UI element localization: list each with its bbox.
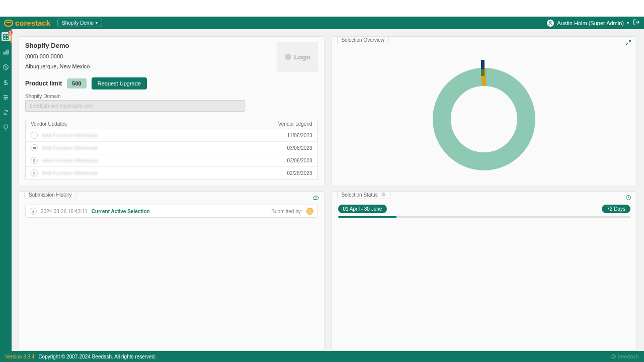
date-range-pill: 01 April - 30 June	[338, 205, 387, 213]
days-pill: 72 Days	[602, 205, 630, 213]
unlock-icon	[381, 192, 386, 198]
user-menu[interactable]: Austin Holm (Super Admin) ▾	[547, 20, 629, 27]
svg-rect-19	[481, 60, 485, 69]
sidebar-item-blocked[interactable]	[2, 62, 11, 71]
cloud-upload-icon[interactable]	[313, 195, 319, 202]
account-phone: (000) 000-0000	[25, 53, 90, 59]
vendor-row: ⇄ AAA Furniture Wholesale 03/06/2023	[26, 142, 317, 154]
sidebar-item-pricing[interactable]	[2, 77, 11, 86]
topbar: corestack Shopify Demo ▾ Austin Holm (Su…	[0, 17, 644, 29]
progress-fill	[338, 216, 396, 218]
chevron-down-icon: ▾	[627, 21, 629, 25]
vendor-row-icon: ⇄	[31, 144, 38, 151]
panel-title: Submission History	[24, 191, 76, 199]
brand-text: corestack	[15, 19, 50, 27]
status-title-text: Selection Status	[342, 192, 378, 198]
panel-title: Selection Overview	[337, 36, 389, 44]
vendor-list: » AAA Furniture Wholesale 11/06/2023 ⇄ A…	[25, 129, 318, 179]
submission-row: 2024-03-26 16:43:11 Current Active Selec…	[25, 205, 318, 218]
sidebar-item-sync[interactable]	[2, 108, 11, 117]
svg-rect-2	[7, 34, 9, 36]
svg-rect-3	[4, 37, 6, 39]
domain-label: Shopify Domain	[25, 94, 318, 99]
chevron-down-icon: ▾	[96, 21, 98, 25]
selection-status-panel: Selection Status 01 April - 30 June 72 D…	[332, 191, 637, 351]
svg-rect-4	[7, 37, 9, 39]
download-icon[interactable]	[30, 208, 37, 215]
sidebar-item-ideas[interactable]	[2, 123, 11, 132]
logo-placeholder: Logo	[277, 42, 318, 72]
vendor-row-name: AAA Furniture Wholesale	[42, 158, 283, 163]
user-name: Austin Holm (Super Admin)	[557, 20, 624, 26]
vendor-row-name: AAA Furniture Wholesale	[42, 170, 283, 176]
svg-rect-5	[4, 52, 5, 54]
expand-icon[interactable]	[625, 40, 631, 47]
vendor-row: $ AAA Furniture Wholesale 03/06/2023	[26, 154, 317, 167]
vendor-row: $ AAA Furniture Wholesale 02/28/2023	[26, 167, 317, 179]
sidebar-badge: 3	[8, 30, 13, 35]
svg-rect-21	[481, 76, 485, 82]
vendor-row-date: 03/06/2023	[287, 158, 312, 163]
svg-line-17	[626, 43, 628, 45]
progress-bar	[338, 216, 631, 218]
vendor-row-name: AAA Furniture Wholesale	[42, 145, 283, 151]
vendor-updates-label: Vendor Updates	[31, 121, 67, 127]
footer-brand: beedash	[610, 353, 639, 359]
sidebar-item-analytics[interactable]	[2, 47, 11, 56]
submission-history-panel: Submission History 2024-03-26 16:43:11 C…	[19, 191, 325, 351]
tenant-label: Shopify Demo	[62, 20, 94, 26]
account-location: Albuquerque, New Mexico	[25, 63, 90, 69]
panel-title: Selection Status	[337, 191, 390, 199]
svg-line-9	[4, 65, 8, 69]
svg-rect-20	[481, 69, 485, 76]
svg-point-0	[550, 21, 551, 23]
product-limit-label: Product limit	[25, 80, 62, 87]
clock-icon[interactable]	[625, 195, 631, 202]
vendor-row-date: 02/28/2023	[287, 170, 312, 176]
cube-icon	[284, 53, 292, 61]
svg-rect-7	[7, 50, 8, 54]
vendor-row-date: 03/06/2023	[287, 145, 312, 151]
footer-brand-icon	[610, 353, 616, 359]
svg-rect-1	[4, 34, 6, 36]
submission-label: Current Active Selection	[92, 209, 150, 214]
account-panel: Shopify Demo (000) 000-0000 Albuquerque,…	[19, 36, 325, 187]
vendor-legend-link[interactable]: Vendor Legend	[278, 121, 312, 127]
avatar-icon	[547, 20, 554, 27]
vendor-row-icon: $	[31, 169, 38, 176]
submission-timestamp: 2024-03-26 16:43:11	[41, 209, 88, 214]
submitted-by-label: Submitted by:	[271, 209, 302, 214]
version-label: Version 3.8.4	[5, 354, 34, 359]
sidebar-item-dashboard[interactable]: 3	[2, 32, 11, 41]
svg-line-16	[629, 41, 631, 43]
vendor-row-name: AAA Furniture Wholesale	[42, 133, 283, 138]
svg-rect-22	[382, 194, 384, 196]
tenant-dropdown[interactable]: Shopify Demo ▾	[57, 19, 102, 27]
logout-icon[interactable]	[633, 19, 640, 27]
product-limit-value: 500	[67, 78, 86, 88]
selection-overview-panel: Selection Overview	[332, 36, 637, 187]
request-upgrade-button[interactable]: Request Upgrade	[92, 77, 147, 89]
vendor-row-date: 11/06/2023	[287, 133, 312, 138]
footer: Version 3.8.4 Copyright © 2007-2024 Beed…	[0, 351, 644, 362]
svg-point-18	[442, 77, 526, 161]
shopify-domain-input[interactable]	[25, 100, 245, 112]
copyright-label: Copyright © 2007-2024 Beedash. All right…	[38, 354, 156, 359]
svg-rect-6	[5, 51, 6, 54]
vendor-row: » AAA Furniture Wholesale 11/06/2023	[26, 129, 317, 142]
brand-logo: corestack	[4, 19, 50, 27]
donut-chart	[338, 42, 631, 182]
submitter-avatar	[306, 208, 313, 215]
sidebar: 3	[0, 29, 12, 351]
vendor-row-icon: »	[31, 132, 38, 139]
brand-icon	[4, 20, 13, 27]
logo-label: Logo	[294, 53, 310, 61]
account-title: Shopify Demo	[25, 42, 90, 49]
vendor-row-icon: $	[31, 157, 38, 164]
sidebar-item-settings[interactable]	[2, 93, 11, 102]
footer-brand-text: beedash	[618, 353, 639, 359]
